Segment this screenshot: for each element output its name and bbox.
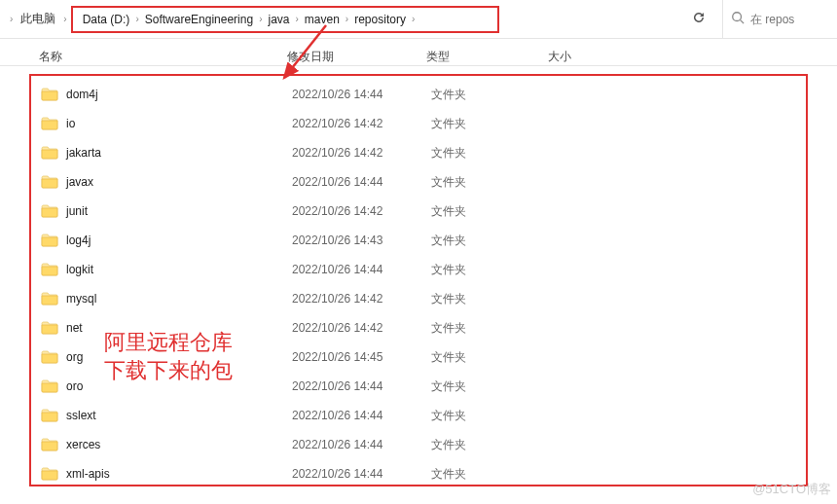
chevron-right-icon: ›	[61, 14, 68, 24]
file-type: 文件夹	[431, 87, 553, 103]
file-name: xml-apis	[66, 467, 292, 481]
file-type: 文件夹	[431, 349, 553, 366]
table-row[interactable]: logkit2022/10/26 14:44文件夹	[31, 255, 806, 284]
file-type: 文件夹	[431, 174, 553, 191]
table-row[interactable]: xerces2022/10/26 14:44文件夹	[31, 430, 806, 459]
table-row[interactable]: org2022/10/26 14:45文件夹	[31, 342, 806, 372]
file-name: io	[66, 117, 292, 130]
svg-point-0	[733, 13, 742, 21]
file-name: oro	[66, 379, 292, 393]
chevron-right-icon: ›	[8, 14, 15, 24]
chevron-right-icon: ›	[133, 14, 140, 24]
folder-icon	[41, 117, 58, 130]
file-type: 文件夹	[431, 320, 553, 337]
file-list-highlight: dom4j2022/10/26 14:44文件夹io2022/10/26 14:…	[29, 74, 808, 486]
address-bar[interactable]: › 此电脑 › Data (D:)›SoftwareEngineering›ja…	[8, 5, 685, 34]
column-header-date[interactable]: 修改日期	[287, 49, 426, 65]
file-name: dom4j	[66, 88, 292, 101]
file-type: 文件夹	[431, 203, 553, 220]
svg-line-1	[741, 20, 745, 24]
table-row[interactable]: log4j2022/10/26 14:43文件夹	[31, 226, 806, 255]
breadcrumb: Data (D:)›SoftwareEngineering›java›maven…	[71, 6, 499, 33]
search-input[interactable]	[750, 13, 819, 26]
file-name: junit	[66, 204, 292, 218]
file-name: net	[66, 321, 292, 335]
file-name: xerces	[66, 438, 292, 451]
folder-icon	[41, 467, 58, 481]
breadcrumb-item[interactable]: repository	[350, 13, 410, 26]
file-type: 文件夹	[431, 291, 553, 307]
file-date: 2022/10/26 14:44	[292, 175, 431, 189]
table-row[interactable]: mysql2022/10/26 14:42文件夹	[31, 284, 806, 313]
file-date: 2022/10/26 14:42	[292, 117, 431, 130]
search-icon	[731, 11, 745, 27]
search-box[interactable]	[722, 0, 829, 38]
breadcrumb-item[interactable]: java	[264, 13, 293, 26]
folder-icon	[41, 409, 58, 422]
file-name: org	[66, 350, 292, 364]
table-row[interactable]: jakarta2022/10/26 14:42文件夹	[31, 138, 806, 167]
breadcrumb-item[interactable]: maven	[301, 13, 344, 26]
file-type: 文件夹	[431, 437, 553, 453]
file-type: 文件夹	[431, 408, 553, 424]
file-date: 2022/10/26 14:42	[292, 204, 431, 218]
file-name: mysql	[66, 292, 292, 306]
table-row[interactable]: oro2022/10/26 14:44文件夹	[31, 372, 806, 401]
folder-icon	[41, 292, 58, 306]
file-type: 文件夹	[431, 466, 553, 483]
file-date: 2022/10/26 14:44	[292, 263, 431, 276]
breadcrumb-item[interactable]: Data (D:)	[79, 13, 134, 26]
column-header-size[interactable]: 大小	[548, 49, 626, 65]
file-date: 2022/10/26 14:44	[292, 467, 431, 481]
folder-icon	[41, 146, 58, 160]
table-row[interactable]: dom4j2022/10/26 14:44文件夹	[31, 80, 806, 109]
folder-icon	[41, 263, 58, 276]
chevron-right-icon: ›	[257, 14, 264, 24]
table-row[interactable]: net2022/10/26 14:42文件夹	[31, 313, 806, 342]
file-date: 2022/10/26 14:44	[292, 438, 431, 451]
file-date: 2022/10/26 14:42	[292, 146, 431, 160]
folder-icon	[41, 204, 58, 218]
folder-icon	[41, 321, 58, 335]
chevron-right-icon: ›	[293, 14, 300, 24]
file-type: 文件夹	[431, 378, 553, 395]
chevron-right-icon: ›	[410, 14, 417, 24]
breadcrumb-root[interactable]: 此电脑	[15, 11, 61, 27]
file-type: 文件夹	[431, 116, 553, 132]
file-date: 2022/10/26 14:43	[292, 234, 431, 247]
file-name: logkit	[66, 263, 292, 276]
file-date: 2022/10/26 14:44	[292, 409, 431, 422]
file-type: 文件夹	[431, 145, 553, 162]
file-date: 2022/10/26 14:42	[292, 292, 431, 306]
table-row[interactable]: xml-apis2022/10/26 14:44文件夹	[31, 459, 806, 488]
file-date: 2022/10/26 14:44	[292, 88, 431, 101]
toolbar: › 此电脑 › Data (D:)›SoftwareEngineering›ja…	[0, 0, 837, 39]
file-list: dom4j2022/10/26 14:44文件夹io2022/10/26 14:…	[31, 76, 806, 488]
folder-icon	[41, 88, 58, 101]
column-header-name[interactable]: 名称	[39, 49, 287, 65]
folder-icon	[41, 234, 58, 247]
table-row[interactable]: io2022/10/26 14:42文件夹	[31, 109, 806, 138]
table-row[interactable]: junit2022/10/26 14:42文件夹	[31, 197, 806, 226]
column-header-type[interactable]: 类型	[426, 49, 548, 65]
folder-icon	[41, 175, 58, 189]
folder-icon	[41, 350, 58, 364]
chevron-right-icon: ›	[344, 14, 350, 24]
file-date: 2022/10/26 14:45	[292, 350, 431, 364]
table-row[interactable]: javax2022/10/26 14:44文件夹	[31, 167, 806, 197]
file-date: 2022/10/26 14:42	[292, 321, 431, 335]
breadcrumb-item[interactable]: SoftwareEngineering	[141, 13, 257, 26]
column-headers: 名称 修改日期 类型 大小	[0, 39, 837, 66]
file-name: jakarta	[66, 146, 292, 160]
file-name: log4j	[66, 234, 292, 247]
file-name: sslext	[66, 409, 292, 422]
file-type: 文件夹	[431, 262, 553, 278]
file-type: 文件夹	[431, 233, 553, 249]
folder-icon	[41, 379, 58, 393]
file-name: javax	[66, 175, 292, 189]
refresh-button[interactable]	[685, 4, 712, 34]
table-row[interactable]: sslext2022/10/26 14:44文件夹	[31, 401, 806, 430]
folder-icon	[41, 438, 58, 451]
file-date: 2022/10/26 14:44	[292, 379, 431, 393]
